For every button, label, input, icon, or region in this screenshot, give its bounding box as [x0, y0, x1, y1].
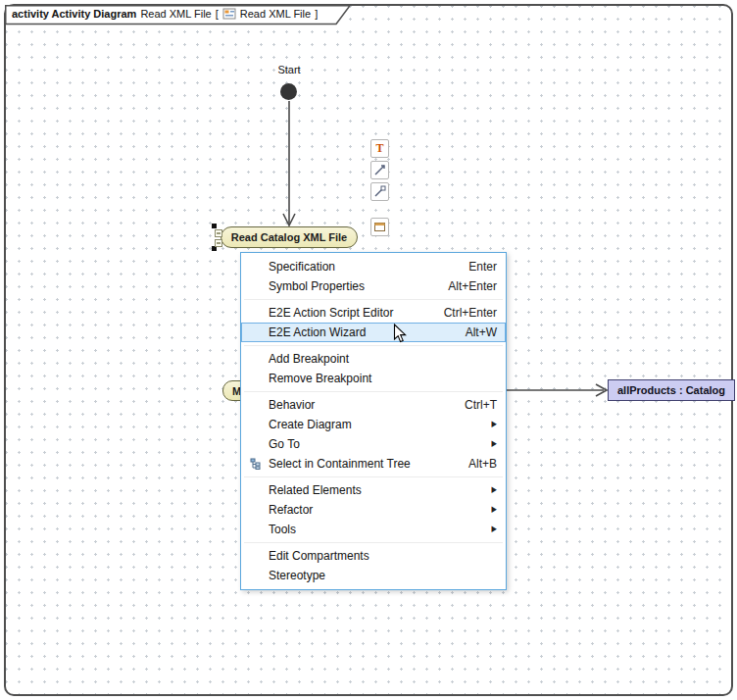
start-node-label: Start — [263, 64, 316, 75]
attach-line-icon[interactable] — [370, 161, 389, 179]
expand-compartment-icon[interactable] — [215, 239, 222, 247]
diagram-frame-header: activity Activity Diagram Read XML File … — [5, 5, 352, 25]
menu-item-label: Behavior — [269, 398, 315, 412]
menu-item-label: Go To — [269, 437, 300, 451]
menu-item-label: Symbol Properties — [269, 279, 365, 293]
menu-item-label: Select in Containment Tree — [269, 457, 411, 471]
submenu-arrow-icon: ▶ — [492, 505, 497, 515]
action-node-label: Read Catalog XML File — [231, 231, 347, 243]
menu-item-shortcut: Ctrl+Enter — [444, 306, 497, 320]
menu-item-refactor[interactable]: Refactor▶ — [241, 500, 506, 520]
menu-item-label: Specification — [269, 260, 335, 274]
menu-item-specification[interactable]: SpecificationEnter — [241, 257, 506, 276]
menu-item-shortcut: Alt+B — [468, 457, 497, 471]
menu-separator — [241, 342, 506, 349]
control-flow-arrow[interactable] — [281, 101, 297, 228]
activity-diagram-editor: activity Activity Diagram Read XML File … — [0, 0, 737, 700]
menu-item-shortcut: Alt+W — [466, 325, 497, 339]
new-window-icon[interactable] — [370, 218, 389, 236]
menu-item-label: E2E Action Wizard — [269, 325, 366, 339]
menu-item-related-elements[interactable]: Related Elements▶ — [241, 480, 506, 500]
expand-compartment-icon[interactable] — [215, 229, 222, 237]
frame-bracket-open: [ — [216, 8, 219, 20]
menu-item-shortcut: Ctrl+T — [465, 398, 497, 412]
object-flow-arrow[interactable] — [495, 382, 611, 398]
menu-item-symbol-properties[interactable]: Symbol PropertiesAlt+Enter — [241, 276, 506, 296]
menu-item-tools[interactable]: Tools▶ — [241, 520, 506, 539]
menu-item-behavior[interactable]: BehaviorCtrl+T — [241, 395, 506, 415]
menu-item-label: Tools — [269, 523, 296, 536]
menu-item-label: Add Breakpoint — [269, 352, 349, 366]
menu-item-create-diagram[interactable]: Create Diagram▶ — [241, 415, 506, 434]
menu-item-label: Refactor — [269, 503, 313, 517]
context-menu: SpecificationEnterSymbol PropertiesAlt+E… — [240, 252, 507, 590]
menu-item-label: Related Elements — [269, 483, 362, 497]
menu-item-go-to[interactable]: Go To▶ — [241, 434, 506, 454]
menu-item-label: Create Diagram — [269, 418, 352, 431]
menu-item-label: Stereotype — [269, 569, 325, 582]
menu-item-e2e-action-script-editor[interactable]: E2E Action Script EditorCtrl+Enter — [241, 303, 506, 323]
menu-item-label: Edit Compartments — [269, 549, 369, 563]
frame-diagram-name: Read XML File — [140, 8, 211, 20]
menu-item-label: Remove Breakpoint — [269, 372, 371, 385]
menu-separator — [241, 388, 506, 395]
attach-pin-icon[interactable] — [370, 182, 389, 201]
menu-item-remove-breakpoint[interactable]: Remove Breakpoint — [241, 369, 506, 388]
submenu-arrow-icon: ▶ — [492, 420, 497, 429]
frame-kind-label: activity Activity Diagram — [12, 8, 136, 20]
submenu-arrow-icon: ▶ — [492, 525, 497, 534]
containment-tree-icon — [242, 458, 269, 470]
menu-separator — [241, 474, 506, 480]
initial-node[interactable] — [280, 83, 297, 100]
menu-separator — [241, 296, 506, 303]
menu-item-edit-compartments[interactable]: Edit Compartments — [241, 546, 506, 566]
menu-item-shortcut: Enter — [468, 260, 497, 274]
object-node-allproducts[interactable]: allProducts : Catalog — [608, 379, 735, 401]
menu-item-shortcut: Alt+Enter — [448, 279, 497, 293]
menu-item-stereotype[interactable]: Stereotype — [241, 566, 506, 585]
submenu-arrow-icon: ▶ — [492, 439, 497, 449]
menu-item-add-breakpoint[interactable]: Add Breakpoint — [241, 349, 506, 369]
menu-item-e2e-action-wizard[interactable]: E2E Action WizardAlt+W — [241, 323, 506, 342]
menu-separator — [241, 539, 506, 546]
selection-handle[interactable] — [212, 224, 217, 228]
menu-item-select-in-containment-tree[interactable]: Select in Containment TreeAlt+B — [241, 454, 506, 474]
diagram-icon — [222, 8, 236, 20]
frame-inner-name: Read XML File — [240, 8, 311, 20]
text-tool-icon[interactable]: T — [370, 139, 389, 158]
menu-item-label: E2E Action Script Editor — [269, 306, 393, 320]
frame-bracket-close: ] — [315, 8, 318, 20]
submenu-arrow-icon: ▶ — [492, 485, 497, 495]
mouse-cursor — [393, 324, 408, 344]
object-node-label: allProducts : Catalog — [617, 384, 725, 396]
smart-manipulator-toolbar: T — [370, 139, 390, 236]
action-node-read-catalog[interactable]: Read Catalog XML File — [221, 226, 358, 248]
